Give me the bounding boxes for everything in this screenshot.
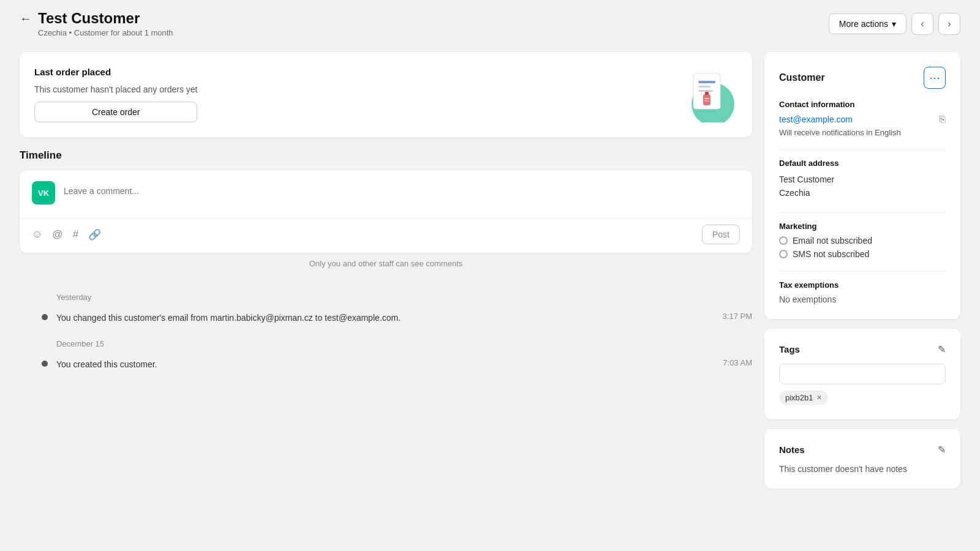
tags-title: Tags	[779, 344, 800, 354]
timeline-date-dec15: December 15	[56, 339, 752, 348]
notes-edit-icon[interactable]: ✎	[938, 444, 946, 455]
timeline-event-time: 7:03 AM	[723, 358, 752, 367]
timeline-section: Timeline VK ☺ @ # 🔗 Post	[20, 149, 752, 376]
three-dot-button[interactable]: ⋯	[924, 67, 946, 89]
svg-rect-5	[703, 94, 710, 105]
timeline-event-text: You created this customer.	[56, 358, 714, 371]
comment-box: VK ☺ @ # 🔗 Post	[20, 170, 752, 253]
timeline-title: Timeline	[20, 149, 752, 162]
timeline-dot	[42, 361, 48, 367]
email-subscription-item: Email not subscribed	[779, 236, 946, 246]
chevron-down-icon: ▾	[892, 19, 896, 29]
notes-empty: This customer doesn't have notes	[779, 464, 907, 474]
timeline-event-text: You changed this customer's email from m…	[56, 312, 714, 324]
order-illustration	[676, 67, 737, 122]
tag-remove-button[interactable]: ×	[817, 393, 822, 402]
mention-icon[interactable]: @	[52, 228, 62, 241]
post-button[interactable]: Post	[702, 225, 740, 244]
last-order-content: Last order placed This customer hasn't p…	[34, 67, 197, 122]
svg-rect-6	[705, 92, 709, 95]
tax-section: Tax exemptions No exemptions	[779, 280, 946, 304]
svg-rect-8	[704, 100, 709, 102]
tags-row: pixb2b1 ×	[779, 391, 946, 405]
next-nav-button[interactable]: ›	[938, 13, 960, 35]
left-column: Last order placed This customer hasn't p…	[20, 52, 752, 376]
comment-input-row: VK	[20, 170, 752, 218]
timeline-dot	[42, 314, 48, 320]
timeline-dot-col	[20, 358, 48, 367]
more-actions-button[interactable]: More actions ▾	[829, 13, 907, 34]
staff-note: Only you and other staff can see comment…	[20, 253, 752, 271]
back-button[interactable]: ←	[20, 12, 32, 26]
timeline-date-yesterday: Yesterday	[56, 293, 752, 302]
notes-card-header: Notes ✎	[779, 444, 946, 455]
create-order-button[interactable]: Create order	[34, 102, 197, 122]
header-right: More actions ▾ ‹ ›	[829, 13, 960, 35]
page: ← Test Customer Czechia • Customer for a…	[0, 0, 980, 551]
last-order-title: Last order placed	[34, 67, 197, 77]
last-order-card: Last order placed This customer hasn't p…	[20, 52, 752, 137]
contact-section-label: Contact information	[779, 100, 946, 109]
tags-card-header: Tags ✎	[779, 343, 946, 355]
right-column: Customer ⋯ Contact information test@exam…	[764, 52, 960, 489]
svg-rect-2	[698, 81, 715, 83]
tags-edit-icon[interactable]: ✎	[938, 343, 946, 355]
customer-card-title: Customer	[779, 72, 825, 83]
customer-card: Customer ⋯ Contact information test@exam…	[764, 52, 960, 319]
prev-nav-button[interactable]: ‹	[911, 13, 933, 35]
notes-title: Notes	[779, 444, 805, 455]
link-icon[interactable]: 🔗	[88, 228, 101, 241]
address-name: Test Customer	[779, 173, 946, 186]
page-subtitle: Czechia • Customer for about 1 month	[38, 28, 173, 37]
svg-rect-7	[704, 98, 709, 99]
header-title-row: ← Test Customer	[20, 10, 173, 27]
comment-input[interactable]	[64, 181, 740, 211]
timeline-event: You created this customer. 7:03 AM	[20, 353, 752, 376]
divider	[779, 149, 946, 150]
customer-card-header: Customer ⋯	[779, 67, 946, 89]
address-section: Default address Test Customer Czechia	[779, 159, 946, 200]
customer-email[interactable]: test@example.com	[779, 114, 853, 124]
main-content: Last order placed This customer hasn't p…	[0, 42, 980, 508]
timeline-event-time: 3:17 PM	[723, 312, 752, 321]
svg-rect-3	[698, 86, 710, 88]
tag-input[interactable]	[779, 364, 946, 384]
hash-icon[interactable]: #	[73, 228, 78, 241]
comment-toolbar: ☺ @ # 🔗 Post	[20, 218, 752, 253]
tag-chip: pixb2b1 ×	[779, 391, 828, 405]
sms-subscription-label: SMS not subscribed	[793, 249, 869, 259]
svg-rect-4	[698, 90, 713, 92]
email-subscription-radio[interactable]	[779, 236, 788, 245]
page-title: Test Customer	[38, 10, 140, 27]
header-left: ← Test Customer Czechia • Customer for a…	[20, 10, 173, 37]
contact-section: Contact information test@example.com ⎘ W…	[779, 100, 946, 137]
sms-subscription-item: SMS not subscribed	[779, 249, 946, 259]
marketing-section-label: Marketing	[779, 222, 946, 231]
tax-value: No exemptions	[779, 294, 836, 304]
divider	[779, 271, 946, 272]
avatar: VK	[32, 181, 55, 204]
comment-icons: ☺ @ # 🔗	[32, 228, 101, 241]
emoji-icon[interactable]: ☺	[32, 228, 42, 241]
contact-email-row: test@example.com ⎘	[779, 114, 946, 125]
contact-note: Will receive notifications in English	[779, 128, 901, 137]
tag-label: pixb2b1	[785, 393, 813, 402]
tax-section-label: Tax exemptions	[779, 280, 946, 290]
more-actions-label: More actions	[839, 19, 888, 29]
last-order-empty: This customer hasn't placed any orders y…	[34, 84, 197, 94]
sms-subscription-radio[interactable]	[779, 250, 788, 258]
header: ← Test Customer Czechia • Customer for a…	[0, 0, 980, 42]
email-subscription-label: Email not subscribed	[793, 236, 872, 246]
divider	[779, 212, 946, 213]
timeline-event: You changed this customer's email from m…	[20, 307, 752, 329]
tags-card: Tags ✎ pixb2b1 ×	[764, 329, 960, 419]
address-section-label: Default address	[779, 159, 946, 168]
address-country: Czechia	[779, 186, 946, 200]
copy-icon[interactable]: ⎘	[940, 114, 946, 125]
marketing-section: Marketing Email not subscribed SMS not s…	[779, 222, 946, 259]
timeline-dot-col	[20, 312, 48, 320]
notes-card: Notes ✎ This customer doesn't have notes	[764, 429, 960, 489]
timeline-events: Yesterday You changed this customer's em…	[20, 271, 752, 376]
